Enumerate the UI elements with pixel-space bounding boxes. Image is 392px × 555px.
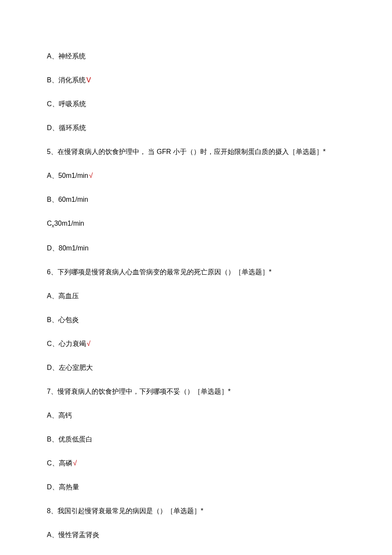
q6-option-c: C、心力衰竭√ xyxy=(47,339,345,349)
q7-option-b: B、优质低蛋白 xyxy=(47,434,345,445)
option-text: C、心力衰竭 xyxy=(47,340,86,347)
option-text: A、神经系统 xyxy=(47,52,86,60)
q7-option-c: C、高磷√ xyxy=(47,458,345,468)
option-prefix: C xyxy=(47,220,52,227)
option-text: B、优质低蛋白 xyxy=(47,436,92,443)
q6-option-a: A、高血压 xyxy=(47,291,345,301)
q4-option-c: C、呼吸系统 xyxy=(47,99,345,109)
q4-option-d: D、循环系统 xyxy=(47,123,345,133)
option-text: D、循环系统 xyxy=(47,124,86,131)
question-text: 6、下列哪项是慢肾衰病人心血管病变的最常见的死亡原因（）［单选题］* xyxy=(47,268,271,276)
option-text: B、消化系统 xyxy=(47,76,86,84)
option-text: A、慢性肾盂肾炎 xyxy=(47,531,99,538)
q7-option-a: A、高钙 xyxy=(47,410,345,421)
q5-option-b: B、60m1/min xyxy=(47,195,345,205)
option-text: D、高热量 xyxy=(47,483,79,491)
q7-stem: 7、慢肾衰病人的饮食护理中，下列哪项不妥（）［单选题］* xyxy=(47,386,345,397)
option-text: A、高血压 xyxy=(47,292,79,299)
q5-stem: 5、在慢肾衰病人的饮食护理中， 当 GFR 小于（）时，应开始限制蛋白质的摄入［… xyxy=(47,147,345,157)
q5-option-a: A、50m1/min√ xyxy=(47,171,345,181)
q4-option-a: A、神经系统 xyxy=(47,51,345,61)
option-text: D、80m1/min xyxy=(47,244,89,252)
option-text: B、60m1/min xyxy=(47,196,88,203)
correct-mark: V xyxy=(86,76,91,84)
question-text: 8、我国引起慢肾衰最常见的病因是（）［单选题］* xyxy=(47,507,203,514)
option-text: D、左心室肥大 xyxy=(47,364,93,371)
question-text: 5、在慢肾衰病人的饮食护理中， 当 GFR 小于（）时，应开始限制蛋白质的摄入［… xyxy=(47,148,326,155)
q8-stem: 8、我国引起慢肾衰最常见的病因是（）［单选题］* xyxy=(47,506,345,516)
q6-option-b: B、心包炎 xyxy=(47,315,345,325)
q6-stem: 6、下列哪项是慢肾衰病人心血管病变的最常见的死亡原因（）［单选题］* xyxy=(47,267,345,277)
q4-option-b: B、消化系统V xyxy=(47,75,345,85)
correct-mark: √ xyxy=(87,340,91,347)
option-text: A、50m1/min xyxy=(47,172,88,179)
option-text: C、呼吸系统 xyxy=(47,100,86,108)
correct-mark: √ xyxy=(89,172,93,179)
option-text: A、高钙 xyxy=(47,412,72,419)
option-text: C、高磷 xyxy=(47,459,72,467)
question-text: 7、慢肾衰病人的饮食护理中，下列哪项不妥（）［单选题］* xyxy=(47,388,231,395)
q5-option-c: Cx30m1/min xyxy=(47,218,345,230)
correct-mark: √ xyxy=(73,459,77,467)
q7-option-d: D、高热量 xyxy=(47,482,345,492)
q8-option-a: A、慢性肾盂肾炎 xyxy=(47,530,345,540)
q6-option-d: D、左心室肥大 xyxy=(47,363,345,373)
option-text: B、心包炎 xyxy=(47,316,79,323)
q5-option-d: D、80m1/min xyxy=(47,243,345,253)
option-text: 30m1/min xyxy=(54,220,84,227)
